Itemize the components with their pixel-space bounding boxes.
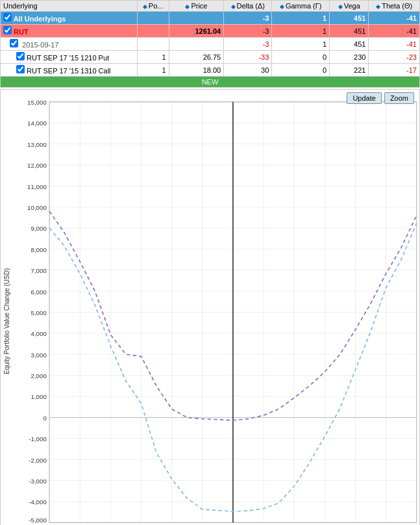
svg-text:7,000: 7,000 <box>31 267 47 274</box>
row-date: 2015-09-17 -3 1 451 -41 <box>1 38 420 51</box>
col-header-gamma[interactable]: ◆Gamma (Γ) <box>272 1 330 12</box>
svg-text:2,000: 2,000 <box>31 372 47 379</box>
rut-price: 1261.04 <box>169 25 223 38</box>
svg-text:5,000: 5,000 <box>31 309 47 316</box>
all-underlyings-label: All Underlyings <box>1 12 138 25</box>
svg-text:10,000: 10,000 <box>27 204 47 211</box>
col-header-theta[interactable]: ◆Theta (Θ) <box>369 1 420 12</box>
chart-wrapper: Equity Portfolio Value Change (USD) 15,0… <box>1 95 419 525</box>
rut-vega: 451 <box>330 25 369 38</box>
svg-text:-3,000: -3,000 <box>29 478 47 485</box>
rut-delta: -3 <box>224 25 272 38</box>
chart-container: Update Zoom Equity Portfolio Value Chang… <box>0 89 420 525</box>
svg-text:13,000: 13,000 <box>27 141 47 148</box>
date-delta: -3 <box>224 38 272 51</box>
call-checkbox[interactable] <box>16 65 25 73</box>
col-header-position[interactable]: ◆Po... <box>137 1 169 12</box>
new-label[interactable]: NEW <box>1 77 420 88</box>
all-underlyings-theta: -41 <box>369 12 420 25</box>
put-gamma: 0 <box>272 51 330 64</box>
put-theta: -23 <box>369 51 420 64</box>
svg-text:4,000: 4,000 <box>31 330 47 337</box>
all-underlyings-gamma: 1 <box>272 12 330 25</box>
all-underlyings-vega: 451 <box>330 12 369 25</box>
update-button[interactable]: Update <box>347 92 381 104</box>
put-position: 1 <box>137 51 169 64</box>
date-gamma: 1 <box>272 38 330 51</box>
svg-text:12,000: 12,000 <box>27 162 47 169</box>
call-position: 1 <box>137 64 169 77</box>
svg-text:3,000: 3,000 <box>31 352 47 359</box>
y-axis-label: Equity Portfolio Value Change (USD) <box>1 95 13 525</box>
chart-toolbar: Update Zoom <box>347 92 414 104</box>
row-all-underlyings: All Underlyings -3 1 451 -41 <box>1 12 420 25</box>
svg-text:-4,000: -4,000 <box>29 498 47 506</box>
row-new[interactable]: NEW <box>1 77 420 88</box>
svg-text:14,000: 14,000 <box>27 120 47 127</box>
rut-theta: -41 <box>369 25 420 38</box>
y-tick-15000: 15,000 <box>27 99 47 106</box>
call-gamma: 0 <box>272 64 330 77</box>
svg-text:8,000: 8,000 <box>31 246 47 253</box>
col-header-vega[interactable]: ◆Vega <box>330 1 369 12</box>
call-theta: -17 <box>369 64 420 77</box>
svg-text:-2,000: -2,000 <box>29 457 47 464</box>
put-delta: -33 <box>224 51 272 64</box>
svg-text:6,000: 6,000 <box>31 288 47 296</box>
date-vega: 451 <box>330 38 369 51</box>
zoom-button[interactable]: Zoom <box>384 92 414 104</box>
svg-text:11,000: 11,000 <box>27 183 47 190</box>
date-theta: -41 <box>369 38 420 51</box>
call-delta: 30 <box>224 64 272 77</box>
svg-text:9,000: 9,000 <box>31 225 47 232</box>
svg-text:-5,000: -5,000 <box>29 517 47 524</box>
col-header-underlying: Underlying <box>1 1 138 12</box>
rut-gamma: 1 <box>272 25 330 38</box>
put-checkbox[interactable] <box>16 52 25 60</box>
positions-table: Underlying ◆Po... ◆Price ◆Delta (Δ) ◆Gam… <box>0 0 420 88</box>
call-vega: 221 <box>330 64 369 77</box>
put-vega: 230 <box>330 51 369 64</box>
put-price: 26.75 <box>169 51 223 64</box>
all-underlyings-checkbox[interactable] <box>3 13 12 21</box>
date-checkbox[interactable] <box>10 39 18 47</box>
svg-text:1,000: 1,000 <box>31 393 47 400</box>
col-header-price[interactable]: ◆Price <box>169 1 223 12</box>
svg-text:-1,000: -1,000 <box>29 435 47 442</box>
rut-checkbox[interactable] <box>3 26 12 34</box>
chart-area: 15,000 14,000 13,000 12,000 11,000 10,00… <box>13 95 419 525</box>
row-rut: RUT 1261.04 -3 1 451 -41 <box>1 25 420 38</box>
call-price: 18.00 <box>169 64 223 77</box>
row-put: RUT SEP 17 '15 1210 Put 1 26.75 -33 0 23… <box>1 51 420 64</box>
all-underlyings-delta: -3 <box>224 12 272 25</box>
col-header-delta[interactable]: ◆Delta (Δ) <box>224 1 272 12</box>
chart-svg: 15,000 14,000 13,000 12,000 11,000 10,00… <box>13 95 419 525</box>
svg-text:0: 0 <box>43 415 47 422</box>
row-call: RUT SEP 17 '15 1310 Call 1 18.00 30 0 22… <box>1 64 420 77</box>
